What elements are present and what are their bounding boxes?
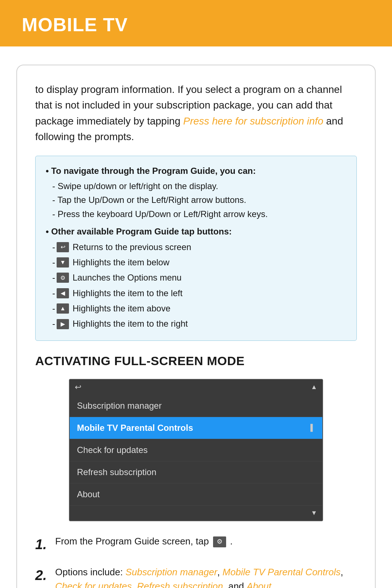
sep-2: , <box>340 567 343 577</box>
page-header: MOBILE TV <box>0 0 392 46</box>
menu-item-label: Refresh subscription <box>77 467 156 477</box>
sep-1: , <box>217 567 222 577</box>
step-2-link-1[interactable]: Subscription manager <box>126 567 217 577</box>
scroll-bar-indicator: ▌ <box>310 424 315 432</box>
item-text: Highlights the item to the left <box>73 286 183 300</box>
menu-item-label: Mobile TV Parental Controls <box>77 423 193 433</box>
navigate-heading: • To navigate through the Program Guide,… <box>46 164 346 178</box>
step-2-link-2[interactable]: Mobile TV Parental Controls <box>222 567 340 577</box>
list-item: ↩ Returns to the previous screen <box>52 240 346 254</box>
list-item: ▼ Highlights the item below <box>52 256 346 269</box>
list-item: ⚙ Launches the Options menu <box>52 271 346 285</box>
intro-link[interactable]: Press here for subscription info <box>183 115 323 127</box>
item-text: Launches the Options menu <box>73 271 181 285</box>
step-1-number: 1. <box>35 534 55 555</box>
content-card: to display program information. If you s… <box>16 65 376 588</box>
mockup-menu-wrapper: Subscription manager Mobile TV Parental … <box>70 395 322 506</box>
gear-icon-inline: ⚙ <box>213 536 226 547</box>
list-item: ▲ Highlights the item above <box>52 302 346 315</box>
step-2-number: 2. <box>35 565 55 586</box>
section-heading: ACTIVATING FULL-SCREEN MODE <box>35 354 357 368</box>
step-1: 1. From the Program Guide screen, tap ⚙ … <box>35 534 357 555</box>
down-arrow-icon: ▼ <box>57 257 69 268</box>
item-text: Highlights the item below <box>73 256 170 269</box>
info-box: • To navigate through the Program Guide,… <box>35 156 357 341</box>
return-icon: ↩ <box>57 242 69 252</box>
menu-item-label: About <box>77 489 100 499</box>
step-2-link-3[interactable]: Check for updates <box>55 581 132 588</box>
menu-item-label: Subscription manager <box>77 401 162 411</box>
mockup-back-button: ↩ <box>75 383 81 392</box>
menu-item-refresh-subscription[interactable]: Refresh subscription <box>70 461 322 483</box>
step-1-content: From the Program Guide screen, tap ⚙ . <box>55 534 357 548</box>
left-arrow-icon: ◀ <box>57 288 69 298</box>
list-item: Tap the Up/Down or the Left/Right arrow … <box>52 193 346 207</box>
gear-icon: ⚙ <box>57 273 69 283</box>
menu-item-subscription-manager[interactable]: Subscription manager <box>70 395 322 417</box>
item-text: Returns to the previous screen <box>73 240 191 254</box>
menu-item-about[interactable]: About <box>70 483 322 506</box>
other-heading: • Other available Program Guide tap butt… <box>46 225 346 238</box>
intro-paragraph: to display program information. If you s… <box>35 82 357 145</box>
item-text: Highlights the item above <box>73 302 170 315</box>
navigate-list: Swipe up/down or left/right on the displ… <box>46 179 346 221</box>
step-2-period: . <box>271 581 274 588</box>
sep-3: , <box>132 581 137 588</box>
sep-4: , and <box>223 581 246 588</box>
step-2-content: Options include: Subscription manager, M… <box>55 565 357 588</box>
mockup-scroll-down: ▼ <box>311 509 317 517</box>
mockup-scroll-up: ▲ <box>311 383 317 391</box>
menu-item-check-updates[interactable]: Check for updates <box>70 439 322 461</box>
step-1-text-after: . <box>228 536 233 547</box>
steps-list: 1. From the Program Guide screen, tap ⚙ … <box>35 534 357 588</box>
step-1-text-before: From the Program Guide screen, tap <box>55 536 212 547</box>
list-item: Swipe up/down or left/right on the displ… <box>52 179 346 193</box>
list-item: Press the keyboard Up/Down or Left/Right… <box>52 207 346 221</box>
item-text: Highlights the item to the right <box>73 317 188 331</box>
mockup-topbar: ↩ ▲ <box>70 380 322 395</box>
step-2-link-5[interactable]: About <box>247 581 271 588</box>
list-item: ▶ Highlights the item to the right <box>52 317 346 331</box>
mockup-menu: Subscription manager Mobile TV Parental … <box>70 395 322 506</box>
mockup-bottom: ▼ <box>70 506 322 520</box>
step-2-text-before: Options include: <box>55 567 126 577</box>
right-arrow-icon: ▶ <box>57 319 69 329</box>
step-2: 2. Options include: Subscription manager… <box>35 565 357 588</box>
menu-item-parental-controls[interactable]: Mobile TV Parental Controls ▌ <box>70 417 322 439</box>
menu-item-label: Check for updates <box>77 445 148 455</box>
step-2-link-4[interactable]: Refresh subscription <box>137 581 223 588</box>
ui-mockup: ↩ ▲ Subscription manager Mobile TV Paren… <box>69 379 323 521</box>
up-arrow-icon: ▲ <box>57 303 69 314</box>
other-list: ↩ Returns to the previous screen ▼ Highl… <box>46 240 346 331</box>
page-title: MOBILE TV <box>22 14 370 36</box>
list-item: ◀ Highlights the item to the left <box>52 286 346 300</box>
